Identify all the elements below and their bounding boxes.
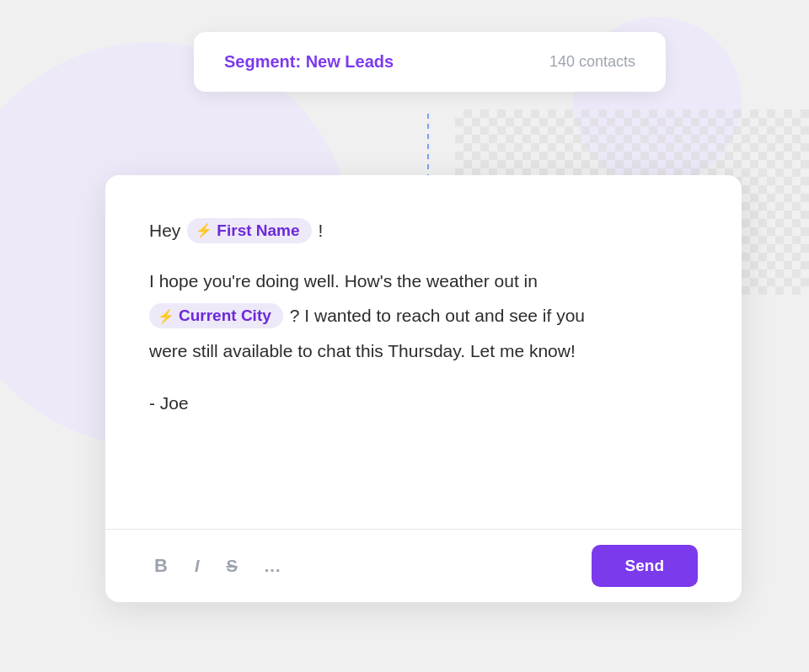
- strikethrough-button[interactable]: S: [221, 553, 242, 579]
- composer-toolbar: B I S ... Send: [105, 529, 742, 602]
- available-text: were still available to chat this Thursd…: [149, 336, 576, 366]
- bold-button[interactable]: B: [149, 552, 173, 580]
- italic-button[interactable]: I: [190, 553, 205, 579]
- send-button[interactable]: Send: [592, 545, 698, 587]
- email-line-3: ⚡ Current City ? I wanted to reach out a…: [149, 301, 698, 331]
- toolbar-formatting-buttons: B I S ...: [149, 552, 286, 580]
- segment-title: Segment: New Leads: [224, 52, 394, 72]
- signature: - Joe: [149, 393, 698, 413]
- email-line-2: I hope you're doing well. How's the weat…: [149, 266, 698, 296]
- composer-body: Hey ⚡ First Name ! I hope you're doing w…: [105, 175, 742, 529]
- bolt-icon-first-name: ⚡: [196, 222, 212, 238]
- current-city-tag[interactable]: ⚡ Current City: [149, 303, 283, 328]
- bolt-icon-city: ⚡: [158, 308, 174, 324]
- more-options-button[interactable]: ...: [260, 553, 287, 579]
- hey-text: Hey: [149, 216, 180, 246]
- dashed-vertical-line: [427, 114, 429, 181]
- exclamation-text: !: [319, 216, 324, 246]
- weather-text: I hope you're doing well. How's the weat…: [149, 266, 538, 296]
- email-line-4: were still available to chat this Thursd…: [149, 336, 698, 366]
- reach-out-text: ? I wanted to reach out and see if you: [290, 301, 585, 331]
- segment-contacts: 140 contacts: [549, 53, 635, 71]
- first-name-tag[interactable]: ⚡ First Name: [187, 218, 311, 243]
- spacer-1: [149, 251, 698, 266]
- composer-card: Hey ⚡ First Name ! I hope you're doing w…: [105, 175, 742, 602]
- email-line-1: Hey ⚡ First Name !: [149, 216, 698, 246]
- segment-card: Segment: New Leads 140 contacts: [194, 32, 666, 92]
